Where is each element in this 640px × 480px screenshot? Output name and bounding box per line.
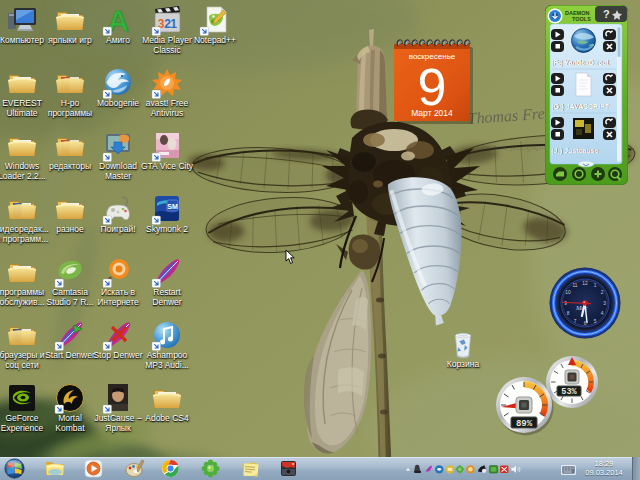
svg-text:53%: 53%: [561, 387, 577, 397]
svg-text:(G:) JAVASCRIPT: (G:) JAVASCRIPT: [552, 103, 610, 111]
svg-text:89%: 89%: [516, 419, 533, 429]
svg-text:11: 11: [573, 283, 578, 288]
svg-text:(F:) YandexDirect: (F:) YandexDirect: [552, 59, 610, 67]
svg-text:TOOLS: TOOLS: [572, 16, 591, 22]
svg-text:5: 5: [594, 319, 597, 324]
svg-text:9: 9: [418, 58, 447, 116]
svg-text:8: 8: [567, 311, 570, 316]
svg-text:9: 9: [564, 301, 567, 306]
svg-text:10: 10: [565, 290, 571, 295]
svg-text:1: 1: [594, 283, 597, 288]
svg-text:2: 2: [601, 290, 604, 295]
svg-text:?: ?: [603, 8, 610, 20]
svg-text:3: 3: [603, 301, 606, 306]
svg-text:Март 2014: Март 2014: [411, 108, 453, 118]
svg-text:4: 4: [601, 311, 604, 316]
svg-text:DAEMON: DAEMON: [565, 10, 589, 16]
svg-text:(J:) Justcause: (J:) Justcause: [552, 147, 599, 155]
svg-text:7: 7: [574, 319, 577, 324]
svg-text:12: 12: [582, 281, 588, 286]
